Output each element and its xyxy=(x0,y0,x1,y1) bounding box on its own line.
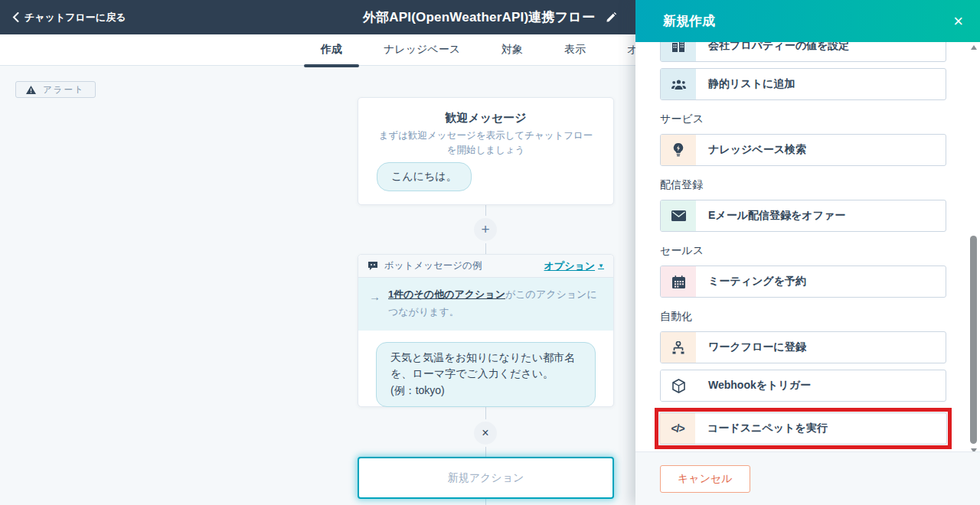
x-icon: × xyxy=(482,426,488,440)
welcome-chat-bubble: こんにちは。 xyxy=(377,162,472,191)
workflow-icon xyxy=(661,332,696,363)
static-list-icon xyxy=(661,69,696,99)
tab-display[interactable]: 表示 xyxy=(561,34,589,66)
tab-target[interactable]: 対象 xyxy=(498,34,526,66)
tab-knowledge-base[interactable]: ナレッジベース xyxy=(381,34,463,66)
meeting-calendar-icon xyxy=(661,266,696,297)
bot-card-connection-info: → 1件のその他のアクションがこのアクションにつながります。 xyxy=(358,278,613,331)
arrow-right-icon: → xyxy=(369,290,381,321)
caret-down-icon: ▼ xyxy=(598,262,604,269)
bot-card-options-link[interactable]: オプション ▼ xyxy=(544,259,604,273)
action-item-label: 静的リストに追加 xyxy=(696,69,795,99)
close-icon[interactable]: × xyxy=(953,13,963,30)
options-link-label: オプション xyxy=(544,259,596,273)
back-link-label: チャットフローに戻る xyxy=(24,11,126,24)
bot-message-bubble: 天気と気温をお知りになりたい都市名を、ローマ字でご入力ください。 (例：toky… xyxy=(376,342,596,407)
welcome-card-title: 歓迎メッセージ xyxy=(358,111,613,125)
alert-button[interactable]: アラート xyxy=(15,81,96,98)
warning-triangle-icon xyxy=(26,86,36,94)
panel-footer: キャンセル xyxy=(635,451,980,505)
edit-pencil-icon[interactable] xyxy=(606,11,617,23)
plus-icon: + xyxy=(481,221,489,238)
new-action-card[interactable]: 新規アクション xyxy=(358,457,614,499)
section-label-automation: 自動化 xyxy=(660,310,946,324)
new-action-panel: 新規作成 × 会社プロパティーの値を設定 静的リストに追加 サービス ナレッジベ… xyxy=(635,0,980,505)
remove-connector-button[interactable]: × xyxy=(474,422,497,445)
panel-scrollbar[interactable] xyxy=(969,42,978,459)
welcome-message-card[interactable]: 歓迎メッセージ まずは歓迎メッセージを表示してチャットフローを開始しましょう こ… xyxy=(358,97,614,205)
bot-message-card[interactable]: ボットメッセージの例 オプション ▼ → 1件のその他のアクションがこのアクショ… xyxy=(358,254,614,407)
alert-button-label: アラート xyxy=(43,84,85,96)
action-item-trigger-webhook[interactable]: Webhookをトリガー xyxy=(660,370,946,402)
action-item-book-meeting[interactable]: ミーティングを予約 xyxy=(660,266,946,298)
action-item-enroll-workflow[interactable]: ワークフローに登録 xyxy=(660,331,946,363)
company-icon xyxy=(661,42,696,61)
tab-create[interactable]: 作成 xyxy=(318,34,345,66)
chevron-left-icon xyxy=(12,12,19,22)
chat-bubble-icon xyxy=(368,261,378,271)
back-to-chatflows-link[interactable]: チャットフローに戻る xyxy=(12,11,126,24)
action-item-label: ミーティングを予約 xyxy=(696,266,806,297)
scrollbar-thumb[interactable] xyxy=(970,236,977,444)
cancel-button[interactable]: キャンセル xyxy=(660,465,750,493)
action-item-label: 会社プロパティーの値を設定 xyxy=(696,42,849,61)
bot-card-body: 天気と気温をお知りになりたい都市名を、ローマ字でご入力ください。 (例：toky… xyxy=(358,331,613,419)
scroll-up-arrow-icon[interactable] xyxy=(971,45,977,50)
red-highlight-annotation: </> コードスニペットを実行 xyxy=(655,408,952,449)
bot-bubble-example: (例：tokyo) xyxy=(390,383,581,399)
connector-line xyxy=(485,499,486,505)
knowledge-base-icon xyxy=(661,135,696,165)
action-item-label: ナレッジベース検索 xyxy=(696,135,806,165)
section-label-sales: セールス xyxy=(660,244,946,258)
action-item-label: Webhookをトリガー xyxy=(696,370,811,401)
bot-card-title: ボットメッセージの例 xyxy=(384,259,538,272)
action-item-offer-email-subscription[interactable]: Eメール配信登録をオファー xyxy=(660,200,946,232)
other-actions-link[interactable]: 1件のその他のアクション xyxy=(388,288,505,300)
bot-bubble-text: 天気と気温をお知りになりたい都市名を、ローマ字でご入力ください。 xyxy=(390,350,581,383)
action-item-add-to-static-list[interactable]: 静的リストに追加 xyxy=(660,68,946,100)
panel-header: 新規作成 × xyxy=(635,0,980,42)
action-item-label: コードスニペットを実行 xyxy=(695,413,828,444)
webhook-icon xyxy=(661,370,696,401)
action-list: 会社プロパティーの値を設定 静的リストに追加 サービス ナレッジベース検索 配信… xyxy=(635,42,980,451)
action-item-run-code-snippet[interactable]: </> コードスニペットを実行 xyxy=(659,412,947,445)
code-snippet-icon: </> xyxy=(660,413,695,444)
email-icon xyxy=(661,200,696,231)
section-label-service: サービス xyxy=(660,112,946,126)
new-action-label: 新規アクション xyxy=(448,471,524,485)
welcome-card-subtitle: まずは歓迎メッセージを表示してチャットフローを開始しましょう xyxy=(358,125,613,158)
flow-title: 外部API(OpenWeatherAPI)連携フロー xyxy=(363,8,595,26)
action-item-label: ワークフローに登録 xyxy=(696,332,806,363)
bot-card-header: ボットメッセージの例 オプション ▼ xyxy=(358,255,613,278)
add-action-plus-button[interactable]: + xyxy=(474,218,497,241)
action-item-label: Eメール配信登録をオファー xyxy=(696,200,845,231)
action-item-set-company-property[interactable]: 会社プロパティーの値を設定 xyxy=(660,42,946,62)
panel-title: 新規作成 xyxy=(663,12,953,30)
action-item-knowledge-base-search[interactable]: ナレッジベース検索 xyxy=(660,134,946,166)
section-label-subscription: 配信登録 xyxy=(660,178,946,192)
